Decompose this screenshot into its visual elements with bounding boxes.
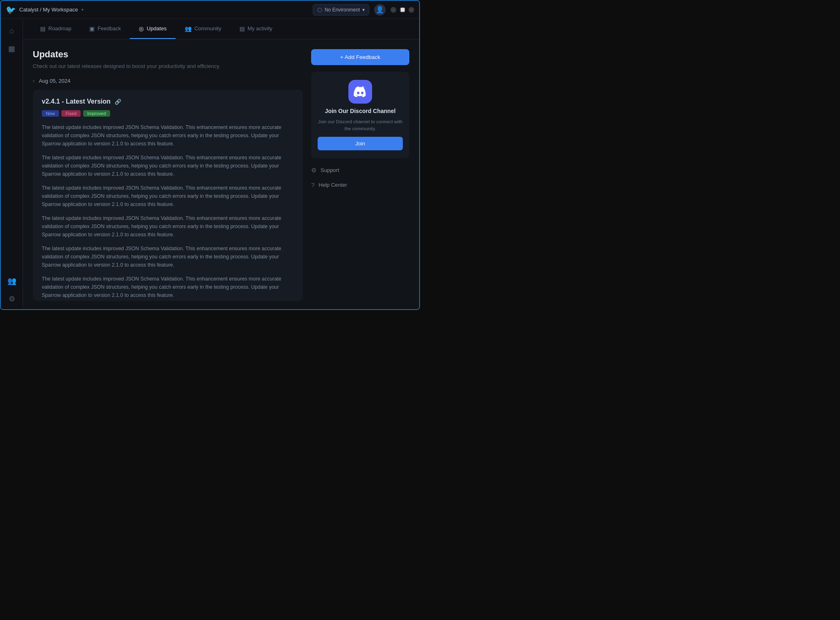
environment-label: No Environment bbox=[325, 7, 360, 13]
titlebar: 🐦 Catalyst / My Workspace ▾ ⬡ No Environ… bbox=[1, 1, 419, 19]
help-center-label: Help Center bbox=[318, 182, 347, 188]
page-subtitle: Check out our latest releases designed t… bbox=[33, 63, 303, 69]
sidebar-item-settings[interactable]: ⚙ bbox=[4, 291, 20, 307]
page-title: Updates bbox=[33, 49, 303, 60]
tab-my-activity-label: My activity bbox=[248, 25, 273, 32]
version-title: v2.4.1 - Latest Version bbox=[42, 98, 111, 105]
my-activity-tab-icon: ▤ bbox=[239, 25, 245, 32]
support-link-help-center[interactable]: ? Help Center bbox=[311, 180, 409, 190]
tab-roadmap-label: Roadmap bbox=[48, 25, 71, 32]
workspace-chevron-icon[interactable]: ▾ bbox=[81, 7, 84, 12]
community-tab-icon: 👥 bbox=[185, 25, 192, 32]
user-avatar[interactable]: 👤 bbox=[374, 4, 386, 16]
update-paragraph-4: The latest update includes improved JSON… bbox=[42, 214, 294, 239]
sidebar: ⌂ ▦ 👥 ⚙ bbox=[1, 19, 23, 310]
version-header: v2.4.1 - Latest Version 🔗 bbox=[42, 98, 294, 105]
date-nav: ‹ Aug 05, 2024 bbox=[33, 77, 303, 84]
app-logo-icon: 🐦 bbox=[6, 5, 16, 15]
update-paragraph-1: The latest update includes improved JSON… bbox=[42, 123, 294, 148]
support-links: ⚙ Support ? Help Center bbox=[311, 165, 409, 190]
tab-updates[interactable]: ◎ Updates bbox=[130, 19, 175, 39]
team-icon: 👥 bbox=[7, 276, 16, 285]
version-link-icon[interactable]: 🔗 bbox=[115, 99, 121, 105]
discord-title: Join Our Discord Channel bbox=[325, 108, 396, 114]
tab-my-activity[interactable]: ▤ My activity bbox=[230, 19, 282, 39]
sidebar-item-grid[interactable]: ▦ bbox=[4, 41, 20, 57]
window-controls: − ⬜ ✕ bbox=[391, 7, 414, 13]
badge-improved: Improved bbox=[83, 110, 110, 117]
grid-icon: ▦ bbox=[8, 44, 15, 53]
date-label: Aug 05, 2024 bbox=[39, 78, 70, 84]
settings-icon: ⚙ bbox=[9, 294, 15, 303]
badges: New Fixed Improved bbox=[42, 110, 294, 117]
tab-feedback[interactable]: ▣ Feedback bbox=[80, 19, 130, 39]
discord-description: Join our Discord channel to connect with… bbox=[318, 118, 403, 133]
environment-selector[interactable]: ⬡ No Environment ▾ bbox=[313, 4, 369, 16]
tab-community-label: Community bbox=[194, 25, 221, 32]
titlebar-right: ⬡ No Environment ▾ 👤 − ⬜ ✕ bbox=[313, 4, 414, 16]
content-area: ▤ Roadmap ▣ Feedback ◎ Updates 👥 Communi… bbox=[23, 19, 419, 310]
date-prev-button[interactable]: ‹ bbox=[33, 77, 35, 84]
badge-fixed: Fixed bbox=[61, 110, 81, 117]
badge-new: New bbox=[42, 110, 59, 117]
sidebar-item-team[interactable]: 👥 bbox=[4, 273, 20, 289]
app-title: Catalyst / My Workspace bbox=[19, 7, 78, 13]
update-paragraph-2: The latest update includes improved JSON… bbox=[42, 154, 294, 178]
feedback-tab-icon: ▣ bbox=[89, 25, 95, 32]
help-center-icon: ? bbox=[311, 181, 314, 188]
updates-tab-icon: ◎ bbox=[139, 25, 144, 32]
discord-card: Join Our Discord Channel Join our Discor… bbox=[311, 72, 409, 158]
maximize-button[interactable]: ⬜ bbox=[400, 7, 405, 13]
discord-logo-icon bbox=[348, 80, 372, 104]
discord-join-button[interactable]: Join bbox=[318, 137, 403, 150]
close-button[interactable]: ✕ bbox=[409, 7, 414, 13]
page-content: Updates Check out our latest releases de… bbox=[23, 39, 419, 310]
minimize-button[interactable]: − bbox=[391, 7, 396, 13]
tabbar: ▤ Roadmap ▣ Feedback ◎ Updates 👥 Communi… bbox=[23, 19, 419, 39]
tab-community[interactable]: 👥 Community bbox=[176, 19, 230, 39]
tab-roadmap[interactable]: ▤ Roadmap bbox=[31, 19, 80, 39]
add-feedback-button[interactable]: + Add Feedback bbox=[311, 49, 409, 65]
home-icon: ⌂ bbox=[9, 27, 14, 35]
update-card: v2.4.1 - Latest Version 🔗 New Fixed Impr… bbox=[33, 90, 303, 301]
environment-icon: ⬡ bbox=[317, 7, 322, 13]
main-layout: ⌂ ▦ 👥 ⚙ ▤ Roadmap ▣ Feedback bbox=[1, 19, 419, 310]
update-paragraph-6: The latest update includes improved JSON… bbox=[42, 275, 294, 299]
right-sidebar: + Add Feedback Join Our Discord Channel … bbox=[311, 49, 409, 301]
support-label: Support bbox=[321, 167, 339, 173]
roadmap-tab-icon: ▤ bbox=[40, 25, 45, 32]
tab-updates-label: Updates bbox=[147, 25, 166, 32]
tab-feedback-label: Feedback bbox=[97, 25, 121, 32]
support-icon: ⚙ bbox=[311, 167, 316, 174]
sidebar-bottom: 👥 ⚙ bbox=[4, 273, 20, 307]
support-link-support[interactable]: ⚙ Support bbox=[311, 165, 409, 176]
titlebar-left: 🐦 Catalyst / My Workspace ▾ bbox=[6, 5, 84, 15]
main-section: Updates Check out our latest releases de… bbox=[33, 49, 303, 301]
sidebar-item-home[interactable]: ⌂ bbox=[4, 23, 20, 38]
update-paragraph-3: The latest update includes improved JSON… bbox=[42, 184, 294, 208]
user-icon-glyph: 👤 bbox=[376, 6, 384, 14]
environment-chevron-icon: ▾ bbox=[362, 7, 365, 13]
update-paragraph-5: The latest update includes improved JSON… bbox=[42, 244, 294, 269]
